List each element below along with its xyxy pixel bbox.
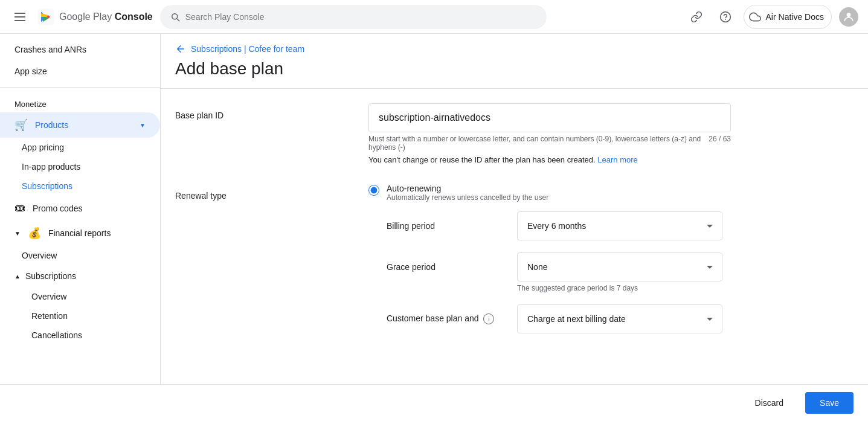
billing-period-select[interactable]: Every month Every 2 months Every 3 month…: [517, 211, 722, 240]
renewal-type-row: Renewal type Auto-renewing Automatically…: [175, 184, 854, 333]
help-icon[interactable]: [715, 6, 736, 28]
products-label: Products: [35, 120, 68, 130]
auto-renewing-sublabel: Automatically renews unless cancelled by…: [387, 193, 548, 202]
sidebar-item-app-pricing[interactable]: App pricing: [0, 138, 160, 157]
grace-period-group: Grace period None 3 days 5 days 7 days T…: [387, 252, 731, 292]
products-expand-icon: ▼: [140, 122, 146, 129]
logo-text: Google Play Console: [59, 11, 153, 22]
sidebar-item-subscriptions-sub[interactable]: ▲ Subscriptions: [0, 265, 160, 287]
renewal-type-field: Auto-renewing Automatically renews unles…: [368, 184, 731, 333]
play-logo-icon: [37, 8, 54, 25]
financial-icon: 💰: [28, 227, 41, 240]
financial-expand-icon: ▼: [14, 230, 21, 237]
auto-renewing-radio[interactable]: [368, 185, 379, 196]
discard-button[interactable]: Discard: [741, 392, 798, 414]
renewal-type-label: Renewal type: [175, 184, 368, 201]
appsize-label: App size: [14, 66, 47, 76]
account-button[interactable]: Air Native Docs: [744, 5, 832, 29]
renewal-sub-form: Billing period Every month Every 2 month…: [368, 211, 731, 333]
sidebar-divider-1: [0, 87, 160, 88]
subscriptions-sub-label: Subscriptions: [25, 271, 76, 281]
billing-period-row: Billing period Every month Every 2 month…: [387, 211, 731, 240]
sidebar-item-in-app-products[interactable]: In-app products: [0, 157, 160, 176]
cloud-icon: [749, 11, 761, 23]
main-content: Subscriptions | Cofee for team Add base …: [161, 34, 868, 384]
auto-renewing-option: Auto-renewing Automatically renews unles…: [368, 184, 731, 202]
subscriptions-expand-icon: ▲: [14, 273, 21, 280]
auto-renewing-text: Auto-renewing Automatically renews unles…: [387, 184, 548, 202]
sidebar-item-overview[interactable]: Overview: [0, 246, 160, 265]
learn-more-link[interactable]: Learn more: [597, 155, 637, 164]
svg-point-2: [725, 19, 726, 20]
subscriptions-label: Subscriptions: [22, 181, 72, 191]
base-plan-id-field: Must start with a number or lowercase le…: [368, 103, 731, 164]
base-plan-id-hint: Must start with a number or lowercase le…: [368, 135, 731, 152]
renewal-type-radio-group: Auto-renewing Automatically renews unles…: [368, 184, 731, 202]
svg-point-3: [847, 13, 851, 17]
base-plan-id-hint-text: Must start with a number or lowercase le…: [368, 135, 701, 152]
main-layout: Crashes and ANRs App size Monetize 🛒 Pro…: [0, 34, 868, 384]
breadcrumb: Subscriptions | Cofee for team: [161, 34, 868, 59]
crashes-label: Crashes and ANRs: [14, 45, 86, 54]
grace-period-hint: The suggested grace period is 7 days: [387, 284, 731, 292]
sidebar-item-retention[interactable]: Retention: [0, 306, 160, 326]
base-plan-id-row: Base plan ID Must start with a number or…: [175, 103, 854, 164]
retention-label: Retention: [31, 311, 68, 321]
overview-label: Overview: [22, 251, 57, 260]
products-icon: 🛒: [14, 118, 28, 132]
sidebar-item-subscriptions[interactable]: Subscriptions: [0, 176, 160, 196]
grace-period-select[interactable]: None 3 days 5 days 7 days: [517, 252, 722, 281]
billing-period-label: Billing period: [387, 221, 507, 231]
overview-sub-label: Overview: [31, 292, 66, 301]
back-arrow-icon[interactable]: [175, 43, 186, 54]
app-logo[interactable]: Google Play Console: [37, 8, 153, 25]
grace-period-row: Grace period None 3 days 5 days 7 days: [387, 252, 731, 281]
app-pricing-label: App pricing: [22, 143, 64, 152]
sidebar-item-products[interactable]: 🛒 Products ▼: [0, 112, 160, 138]
customer-base-row: Customer base plan and i Charge at next …: [387, 304, 731, 333]
save-button[interactable]: Save: [805, 392, 854, 414]
sidebar-item-financial-reports[interactable]: ▼ 💰 Financial reports: [0, 220, 160, 246]
form-section: Base plan ID Must start with a number or…: [161, 103, 868, 333]
search-bar[interactable]: [160, 5, 547, 29]
financial-reports-label: Financial reports: [48, 228, 111, 238]
page-divider: [161, 88, 868, 89]
base-plan-id-warning: You can't change or reuse the ID after t…: [368, 155, 731, 164]
in-app-products-label: In-app products: [22, 162, 80, 172]
sidebar: Crashes and ANRs App size Monetize 🛒 Pro…: [0, 34, 161, 384]
customer-base-select[interactable]: Charge at next billing date Charge immed…: [517, 304, 722, 333]
account-name: Air Native Docs: [766, 12, 824, 22]
grace-period-label: Grace period: [387, 262, 507, 272]
monetize-section: Monetize: [0, 92, 160, 112]
breadcrumb-link[interactable]: Subscriptions | Cofee for team: [191, 44, 304, 54]
sidebar-item-crashes[interactable]: Crashes and ANRs: [0, 39, 160, 60]
link-icon[interactable]: [686, 6, 707, 28]
customer-base-label: Customer base plan and i: [387, 313, 507, 324]
auto-renewing-label: Auto-renewing: [387, 184, 548, 193]
search-icon: [170, 11, 181, 22]
topbar-right: Air Native Docs: [686, 5, 858, 29]
customer-base-info-icon[interactable]: i: [483, 313, 494, 324]
promo-codes-icon: 🎟: [14, 202, 25, 214]
base-plan-id-label: Base plan ID: [175, 103, 368, 120]
base-plan-id-count: 26 / 63: [709, 135, 731, 152]
page-title: Add base plan: [161, 59, 868, 88]
base-plan-id-input[interactable]: [368, 103, 731, 132]
sidebar-item-overview-sub[interactable]: Overview: [0, 287, 160, 306]
promo-codes-label: Promo codes: [33, 204, 82, 213]
bottom-bar: Discard Save: [0, 384, 868, 421]
user-avatar[interactable]: [839, 7, 858, 27]
hamburger-menu[interactable]: [10, 8, 30, 26]
search-input[interactable]: [185, 12, 537, 22]
sidebar-item-appsize[interactable]: App size: [0, 60, 160, 82]
sidebar-item-cancellations[interactable]: Cancellations: [0, 326, 160, 345]
cancellations-label: Cancellations: [31, 330, 82, 340]
topbar: Google Play Console Air N: [0, 0, 868, 34]
sidebar-item-promo-codes[interactable]: 🎟 Promo codes: [0, 196, 160, 220]
